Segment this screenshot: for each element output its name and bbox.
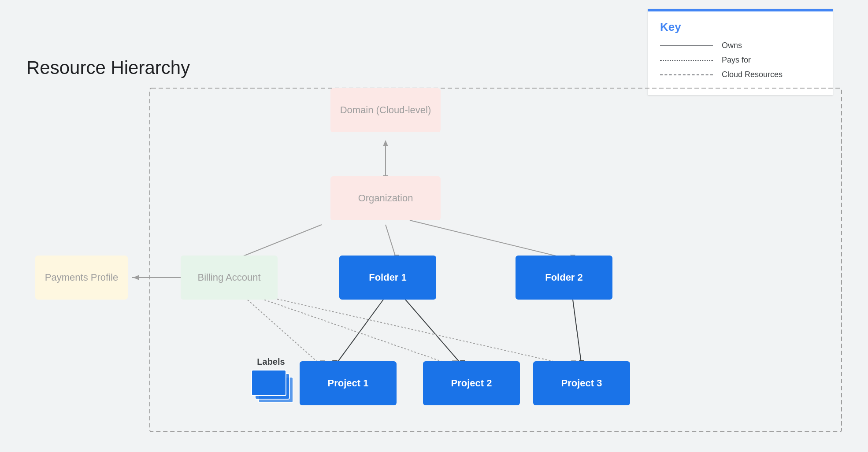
billing-account-label: Billing Account [197, 272, 260, 283]
folder2-node: Folder 2 [516, 256, 612, 300]
project3-label: Project 3 [561, 378, 602, 389]
organization-label: Organization [358, 193, 413, 204]
project3-node: Project 3 [533, 361, 630, 405]
key-line-dotted [660, 60, 713, 61]
project-stack [251, 370, 291, 405]
labels-text: Labels [251, 357, 291, 367]
project1-label: Project 1 [328, 378, 369, 389]
project2-node: Project 2 [423, 361, 520, 405]
payments-profile-node: Payments Profile [35, 256, 128, 300]
project2-label: Project 2 [451, 378, 492, 389]
key-line-solid [660, 45, 713, 46]
svg-line-12 [335, 300, 383, 366]
organization-node: Organization [330, 176, 441, 220]
billing-account-node: Billing Account [181, 256, 278, 300]
key-item-owns: Owns [660, 41, 820, 50]
key-label-owns: Owns [722, 41, 742, 50]
svg-line-18 [242, 295, 322, 366]
folder2-label: Folder 2 [545, 272, 583, 283]
diagram: Domain (Cloud-level) Organization Billin… [13, 75, 855, 439]
svg-marker-10 [133, 275, 139, 280]
domain-node: Domain (Cloud-level) [330, 88, 441, 132]
key-title: Key [660, 20, 820, 34]
payments-profile-label: Payments Profile [45, 272, 118, 283]
svg-line-16 [573, 300, 582, 366]
project1-node: Project 1 [300, 361, 397, 405]
svg-line-7 [410, 220, 573, 260]
svg-line-14 [405, 300, 463, 366]
folder1-node: Folder 1 [339, 256, 436, 300]
domain-label: Domain (Cloud-level) [340, 104, 431, 116]
svg-line-20 [251, 295, 454, 366]
stack-card-1 [251, 370, 286, 396]
svg-marker-2 [383, 140, 388, 146]
folder1-label: Folder 1 [369, 272, 407, 283]
key-label-pays-for: Pays for [722, 56, 751, 65]
key-item-pays-for: Pays for [660, 56, 820, 65]
svg-line-22 [260, 295, 573, 366]
svg-line-4 [234, 225, 322, 260]
svg-line-5 [386, 225, 397, 260]
labels-group: Labels [251, 357, 291, 405]
